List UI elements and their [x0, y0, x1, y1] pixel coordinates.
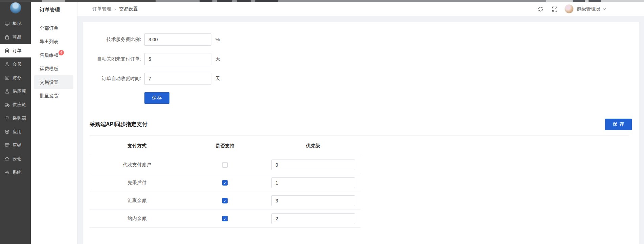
clipped-content-fragment	[589, 0, 601, 2]
fullscreen-icon[interactable]	[552, 6, 558, 12]
payment-method-name: 代收支付账户	[90, 162, 184, 168]
clipped-content-fragment	[237, 0, 251, 2]
support-checkbox[interactable]: ✓	[222, 180, 228, 186]
clipped-content-fragment	[255, 0, 278, 2]
submenu-title: 订单管理	[31, 2, 77, 17]
sidebar-item-suppliers[interactable]: 供应商	[0, 84, 31, 98]
service-fee-input[interactable]	[144, 33, 211, 46]
clipped-content-fragment	[42, 0, 65, 2]
header-actions: 超级管理员	[537, 4, 606, 14]
admin-name[interactable]: 超级管理员	[577, 6, 600, 12]
clipped-content-fragment	[200, 0, 212, 2]
sidebar-item-label: 财务	[13, 75, 22, 81]
clipped-segment	[0, 0, 156, 2]
form-row: 技术服务费比例: %	[83, 33, 639, 46]
priority-input[interactable]	[271, 177, 355, 188]
sidebar-item-label: 云仓	[13, 156, 22, 162]
top-header: 订单管理 › 交易设置 超级管理员	[77, 2, 644, 16]
sidebar-item-label: 系统	[13, 169, 22, 175]
sidebar-item-procurement[interactable]: 采购端	[0, 112, 31, 125]
table-row: 代收支付账户 ✓	[90, 156, 361, 174]
sidebar-item-goods[interactable]: 商品	[0, 30, 31, 44]
support-checkbox[interactable]: ✓	[222, 162, 228, 168]
site-logo[interactable]	[10, 2, 21, 14]
submenu-item-all-orders[interactable]: 全部订单	[31, 21, 77, 35]
table-row: 先采后付 ✓	[90, 174, 361, 192]
priority-input[interactable]	[271, 195, 355, 206]
cloud-warehouse-icon	[4, 156, 10, 162]
check-icon: ✓	[223, 181, 226, 185]
main-area: 订单管理 › 交易设置 超级管理员	[77, 2, 644, 244]
supply-chain-truck-icon	[4, 102, 10, 107]
service-fee-label: 技术服务费比例:	[83, 36, 141, 43]
sidebar-item-system[interactable]: 系统	[0, 166, 31, 179]
sidebar-item-label: 供应链	[13, 102, 26, 108]
col-header-supported: 是否支持	[184, 143, 266, 149]
section-save-button[interactable]: 保 存	[605, 119, 632, 130]
save-button[interactable]: 保存	[144, 92, 169, 104]
chevron-down-icon[interactable]	[602, 7, 606, 11]
sidebar-item-finance[interactable]: 财务	[0, 71, 31, 84]
check-icon: ✓	[223, 217, 226, 221]
clipped-content-fragment	[573, 0, 585, 2]
col-header-priority: 优先级	[266, 143, 361, 149]
clipped-top-bar	[0, 0, 644, 2]
table-row: 站内余额 ✓	[90, 210, 361, 228]
finance-wallet-icon	[4, 75, 10, 80]
sidebar-item-label: 店铺	[13, 142, 22, 148]
support-checkbox[interactable]: ✓	[222, 216, 228, 221]
auto-receive-suffix: 天	[215, 76, 220, 82]
api-payment-section-header: 采购端API同步指定支付 保 存	[83, 119, 639, 130]
submenu-item-after-sales[interactable]: 售后维权 4	[31, 48, 77, 62]
submenu-item-export-list[interactable]: 导出列表	[31, 35, 77, 48]
clipped-segment	[156, 0, 546, 2]
section-title: 采购端API同步指定支付	[90, 121, 147, 128]
goods-bag-icon	[4, 34, 10, 40]
payment-methods-table: 支付方式 是否支持 优先级 代收支付账户 ✓ 先采后付 ✓	[90, 136, 361, 228]
submenu-item-batch-shipping[interactable]: 批量发货	[31, 89, 77, 102]
form-row: 自动关闭未支付订单: 天	[83, 53, 639, 65]
monitor-icon	[4, 21, 10, 26]
submenu-item-freight-template[interactable]: 运费模板	[31, 62, 77, 75]
support-checkbox[interactable]: ✓	[222, 198, 228, 203]
sidebar-item-members[interactable]: 会员	[0, 57, 31, 71]
sidebar-item-label: 供应商	[13, 88, 26, 94]
orders-submenu: 订单管理 全部订单 导出列表 售后维权 4 运费模板 交易设置 批量发货	[31, 2, 77, 244]
order-clipboard-icon	[4, 48, 10, 53]
user-avatar[interactable]	[565, 4, 574, 14]
table-row: 汇聚余额 ✓	[90, 192, 361, 210]
apps-wheel-icon	[4, 129, 10, 135]
supplier-person-icon	[4, 89, 10, 94]
service-fee-suffix: %	[215, 37, 220, 42]
auto-close-suffix: 天	[215, 56, 220, 62]
auto-close-input[interactable]	[144, 53, 211, 65]
auto-receive-input[interactable]	[144, 73, 211, 85]
breadcrumb-parent[interactable]: 订单管理	[92, 6, 111, 12]
sidebar-item-label: 应用	[13, 129, 22, 135]
sidebar-item-apps[interactable]: 应用	[0, 125, 31, 139]
priority-input[interactable]	[271, 160, 355, 170]
payment-method-name: 先采后付	[90, 180, 184, 186]
sidebar-item-supply-chain[interactable]: 供应链	[0, 98, 31, 112]
priority-input[interactable]	[271, 213, 355, 224]
sidebar-item-shop[interactable]: 店铺	[0, 139, 31, 152]
system-gear-icon	[4, 170, 10, 175]
sidebar-item-overview[interactable]: 概况	[0, 17, 31, 30]
sidebar-item-cloud-warehouse[interactable]: 云仓	[0, 152, 31, 166]
procurement-cart-icon	[4, 116, 10, 121]
trade-settings-card: 技术服务费比例: % 自动关闭未支付订单: 天 订单自动收货时间: 天	[83, 22, 639, 244]
after-sales-count-badge: 4	[59, 50, 64, 55]
submenu-item-trade-settings[interactable]: 交易设置	[34, 75, 73, 89]
auto-close-label: 自动关闭未支付订单:	[83, 56, 141, 62]
payment-method-name: 汇聚余额	[90, 198, 184, 204]
admin-screen: 概况 商品 订单 会员 财务 供应商 供应链 采购端	[0, 0, 644, 244]
refresh-icon[interactable]	[537, 6, 544, 12]
breadcrumb-current: 交易设置	[119, 6, 138, 12]
sidebar-item-label: 订单	[13, 48, 22, 54]
form-row: 订单自动收货时间: 天	[83, 73, 639, 85]
check-icon: ✓	[223, 199, 226, 203]
sidebar-item-orders[interactable]: 订单	[0, 44, 31, 57]
sidebar-item-label: 采购端	[13, 115, 26, 121]
payment-method-name: 站内余额	[90, 216, 184, 222]
content-area: 技术服务费比例: % 自动关闭未支付订单: 天 订单自动收货时间: 天	[77, 16, 644, 244]
